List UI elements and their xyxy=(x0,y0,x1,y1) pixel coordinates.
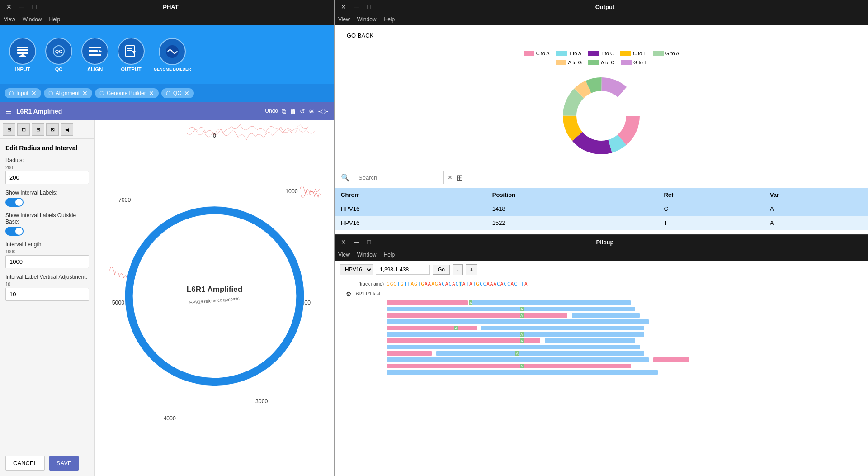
pileup-window-controls: ✕ ─ □ xyxy=(339,238,373,247)
tool-icon-grid4[interactable]: ⊠ xyxy=(46,123,59,136)
copy-btn[interactable]: ⧉ xyxy=(282,108,286,115)
donut-hole xyxy=(581,96,621,136)
pileup-minimize-btn[interactable]: ─ xyxy=(352,238,361,247)
table-row[interactable]: HPV16 1418 C A xyxy=(335,202,868,216)
output-maximize-btn[interactable]: □ xyxy=(364,2,373,11)
output-minimize-btn[interactable]: ─ xyxy=(352,2,361,11)
cancel-button[interactable]: CANCEL xyxy=(5,456,45,471)
output-menu-view[interactable]: View xyxy=(338,16,350,23)
phat-menu-window[interactable]: Window xyxy=(23,16,42,23)
pileup-menu-help[interactable]: Help xyxy=(383,252,395,258)
col-position: Position xyxy=(486,188,658,202)
range-input[interactable] xyxy=(376,265,430,275)
circular-diagram: 0 1000 2000 3000 4000 5000 7000 L6R1 Amp… xyxy=(95,120,334,476)
tab-genome-builder[interactable]: ⬡ Genome Builder ✕ xyxy=(95,88,159,98)
toolbar-input[interactable]: INPUT xyxy=(9,38,36,72)
legend-a-to-g: A to G xyxy=(556,60,582,65)
delete-btn[interactable]: 🗑 xyxy=(290,108,296,115)
svg-point-15 xyxy=(167,51,169,52)
svg-point-24 xyxy=(129,210,300,382)
grid-view-icon[interactable]: ⊞ xyxy=(456,173,463,183)
svg-marker-8 xyxy=(99,50,102,52)
output-menu-help[interactable]: Help xyxy=(383,16,395,23)
align-icon xyxy=(81,38,108,65)
legend-color-g-to-a xyxy=(653,51,664,56)
tool-icon-grid3[interactable]: ⊟ xyxy=(32,123,44,136)
search-clear-button[interactable]: ✕ xyxy=(448,174,453,181)
pileup-menu-view[interactable]: View xyxy=(338,252,350,258)
output-menu-window[interactable]: Window xyxy=(357,16,377,23)
svg-marker-3 xyxy=(19,54,26,57)
output-content: GO BACK C to A T to A T to C xyxy=(335,25,868,476)
radius-input[interactable] xyxy=(5,171,89,184)
variants-table-header: Chrom Position Ref Var xyxy=(335,188,868,202)
pileup-menu-window[interactable]: Window xyxy=(357,252,377,258)
interval-length-input[interactable] xyxy=(5,255,89,268)
legend-label-g-to-t: G to T xyxy=(633,60,647,65)
tab-qc-label: QC xyxy=(173,90,181,96)
form-actions: CANCEL SAVE xyxy=(0,450,94,476)
tab-genome-builder-close[interactable]: ✕ xyxy=(149,90,154,96)
phat-menu-help[interactable]: Help xyxy=(49,16,60,23)
go-back-button[interactable]: GO BACK xyxy=(341,30,379,41)
tab-qc[interactable]: ⬡ QC ✕ xyxy=(161,88,194,98)
tool-icon-grid2[interactable]: ⊡ xyxy=(17,123,30,136)
interval-length-group: Interval Length: 1000 xyxy=(5,241,89,268)
go-button[interactable]: Go xyxy=(433,265,450,275)
tab-input[interactable]: ⬡ Input ✕ xyxy=(5,88,41,98)
tab-qc-close[interactable]: ✕ xyxy=(184,90,189,96)
phat-menu-view[interactable]: View xyxy=(4,16,15,23)
toolbar-align[interactable]: ALIGN xyxy=(81,38,108,72)
variants-section: 🔍 ✕ ⊞ Chrom Position Ref Var xyxy=(335,167,868,234)
tab-alignment-close[interactable]: ✕ xyxy=(82,90,88,96)
show-outside-toggle[interactable] xyxy=(5,227,24,236)
legend-color-c-to-a xyxy=(524,51,534,56)
search-input[interactable] xyxy=(354,171,444,184)
toolbar-genome-builder[interactable]: GENOME BUILDER xyxy=(154,38,191,71)
chromosome-select[interactable]: HPV16 xyxy=(340,264,373,275)
vertical-adj-input[interactable] xyxy=(5,288,89,301)
vertical-adj-group: Interval Label Vertical Adjustment: 10 xyxy=(5,274,89,301)
refresh-btn[interactable]: ↺ xyxy=(300,108,305,115)
tool-icon-grid1[interactable]: ⊞ xyxy=(3,123,15,136)
svg-text:4000: 4000 xyxy=(163,415,176,422)
phat-maximize-btn[interactable]: □ xyxy=(30,2,39,11)
panel-title: L6R1 Amplified xyxy=(16,108,260,115)
svg-rect-9 xyxy=(89,54,101,56)
toolbar-qc[interactable]: QC QC xyxy=(45,38,72,72)
phat-minimize-btn[interactable]: ─ xyxy=(17,2,26,11)
svg-text:1000: 1000 xyxy=(285,188,298,195)
go-back-bar: GO BACK xyxy=(335,25,868,46)
zoom-in-button[interactable]: + xyxy=(466,264,477,275)
settings-gear-icon[interactable]: ⚙ xyxy=(346,290,352,298)
toolbar-output[interactable]: OUTPUT xyxy=(118,38,145,72)
show-interval-labels-group: Show Interval Labels: xyxy=(5,190,89,207)
output-close-btn[interactable]: ✕ xyxy=(339,2,348,11)
tab-input-close[interactable]: ✕ xyxy=(31,90,37,96)
legend-label-t-to-c: T to C xyxy=(600,51,614,56)
settings1-btn[interactable]: ≋ xyxy=(309,108,314,115)
show-interval-labels-toggle[interactable] xyxy=(5,198,24,207)
vertical-adj-max-label: 10 xyxy=(5,282,89,287)
toolbar-input-label: INPUT xyxy=(15,67,30,72)
output-menu-bar: View Window Help xyxy=(335,14,868,25)
table-row[interactable]: HPV16 1522 T A xyxy=(335,216,868,230)
save-button[interactable]: SAVE xyxy=(49,456,79,471)
cell-position-2: 1522 xyxy=(486,216,658,230)
pileup-close-btn[interactable]: ✕ xyxy=(339,238,348,247)
tab-alignment[interactable]: ⬡ Alignment ✕ xyxy=(44,88,92,98)
svg-rect-7 xyxy=(89,50,98,52)
tab-input-label: Input xyxy=(16,90,28,96)
legend-row-1: C to A T to A T to C C to T xyxy=(524,51,679,56)
settings2-btn[interactable]: ≺≻ xyxy=(318,108,329,115)
zoom-out-button[interactable]: - xyxy=(453,264,463,275)
phat-close-btn[interactable]: ✕ xyxy=(5,2,14,11)
show-outside-group: Show Interval Labels Outside Base: xyxy=(5,212,89,236)
phat-window: ✕ ─ □ PHAT View Window Help INPUT QC xyxy=(0,0,335,476)
undo-label: Undo xyxy=(265,108,278,115)
cell-chrom-1: HPV16 xyxy=(335,202,486,216)
tool-icon-collapse[interactable]: ◀ xyxy=(61,123,73,136)
pileup-maximize-btn[interactable]: □ xyxy=(364,238,373,247)
panel-menu-icon[interactable]: ☰ xyxy=(5,107,12,116)
file-track-label: ⚙ L6R1.R1.fast... xyxy=(335,290,387,298)
